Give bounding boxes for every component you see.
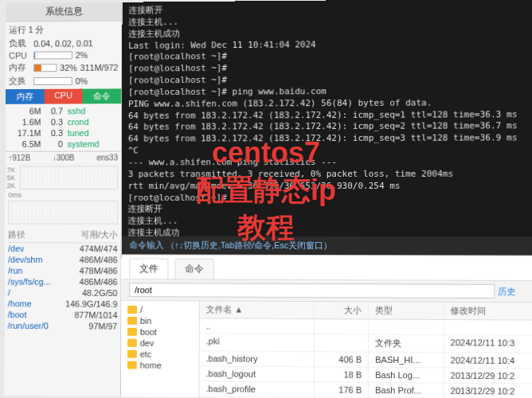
tree-item[interactable]: / [127, 304, 193, 315]
tree-item[interactable]: bin [127, 315, 193, 326]
folder-icon [127, 350, 137, 358]
proc-tabbar: 内存 CPU 命令 [6, 88, 121, 103]
sysinfo-title: 系统信息 [6, 2, 122, 22]
y-5k: 5K [7, 174, 16, 181]
tab-mem[interactable]: 内存 [6, 89, 44, 104]
mem-bar [33, 64, 57, 72]
path-row[interactable]: /dev/shm486M/486 [8, 254, 118, 265]
tab-command[interactable]: 命令 [174, 259, 213, 279]
net-graph [20, 166, 118, 189]
proc-table: 6M0.7sshd1.6M0.3crond17.1M0.3tuned6.5M0s… [6, 103, 121, 152]
folder-icon [127, 361, 137, 369]
load-label: 负载 [9, 37, 30, 49]
cmd-hint: 命令输入 （↑↓切换历史,Tab路径/命令,Esc关闭窗口） [122, 236, 532, 256]
folder-icon [127, 317, 137, 325]
tree-item[interactable]: home [127, 360, 193, 372]
tree-item[interactable]: dev [127, 338, 193, 349]
col-size[interactable]: 大小 [315, 302, 369, 318]
cpu-pct: 2% [76, 50, 88, 60]
load-value: 0.04, 0.02, 0.01 [33, 38, 92, 48]
y-0ms: 0ms [5, 191, 120, 199]
folder-tree[interactable]: /binbootdevetchome [121, 301, 200, 398]
path-row[interactable]: /home146.9G/146.9 [8, 298, 118, 310]
net-up: ↑912B [9, 154, 31, 162]
proc-row[interactable]: 17.1M0.3tuned [9, 127, 118, 139]
col-mtime[interactable]: 修改时间 [444, 302, 532, 320]
path-row[interactable]: /sys/fs/cg...486M/486 [8, 276, 118, 287]
proc-row[interactable]: 6M0.7sshd [9, 105, 118, 116]
file-row[interactable]: .bash_profile176 BBash Prof...2013/12/29… [200, 381, 532, 398]
tab-cpu[interactable]: CPU [44, 89, 82, 104]
net-down: ↓300B [53, 154, 75, 162]
sidebar: 系统信息 运行 1 分 负载 0.04, 0.02, 0.01 CPU 2% 内… [4, 2, 122, 397]
cpu-label: CPU [9, 51, 30, 60]
path-row[interactable]: /boot877M/1014 [8, 309, 118, 321]
file-row[interactable]: .pki文件夹2024/12/11 10:3 [200, 334, 532, 353]
swap-pct: 0% [76, 76, 88, 85]
swap-label: 交换 [9, 75, 30, 87]
cpu-bar [33, 51, 72, 59]
tab-file[interactable]: 文件 [129, 258, 168, 279]
y-7k: 7K [7, 166, 16, 174]
path-row[interactable]: /dev474M/474 [8, 243, 118, 254]
mem-label: 内存 [9, 62, 30, 74]
tree-item[interactable]: boot [127, 326, 193, 338]
proc-row[interactable]: 1.6M0.3crond [9, 116, 118, 127]
latency-graph [8, 201, 118, 224]
file-panel: 文件 命令 /root 历史 /binbootdevetchome 文件名 ▲ … [121, 254, 532, 398]
size-col: 可用/大小 [81, 229, 118, 241]
folder-icon [127, 339, 137, 347]
mem-pct: 32% [60, 63, 77, 72]
path-row[interactable]: /run/user/097M/97 [8, 320, 118, 332]
swap-bar [33, 76, 72, 84]
uptime: 运行 1 分 [9, 24, 44, 36]
col-type[interactable]: 类型 [369, 302, 444, 319]
tab-cmd[interactable]: 命令 [83, 88, 122, 103]
y-2k: 2K [6, 181, 15, 189]
file-list[interactable]: 文件名 ▲ 大小 类型 修改时间 ...pki文件夹2024/12/11 10:… [199, 301, 532, 398]
mem-val: 311M/972 [80, 62, 119, 72]
folder-icon [127, 306, 137, 314]
path-row[interactable]: /run478M/486 [8, 265, 118, 276]
proc-row[interactable]: 6.5M0systemd [9, 139, 118, 150]
folder-icon [127, 328, 137, 336]
net-iface: ens33 [96, 154, 118, 162]
history-link[interactable]: 历史 [498, 285, 526, 297]
path-col: 路径 [8, 228, 25, 240]
tree-item[interactable]: etc [127, 349, 193, 361]
col-name[interactable]: 文件名 ▲ [200, 301, 315, 318]
file-row[interactable]: .. [200, 318, 532, 335]
path-input[interactable]: /root [129, 283, 495, 298]
terminal[interactable]: 连接断开 连接主机... 连接主机成功 Last login: Wed Dec … [122, 0, 532, 236]
path-row[interactable]: /48.2G/50 [8, 287, 118, 298]
